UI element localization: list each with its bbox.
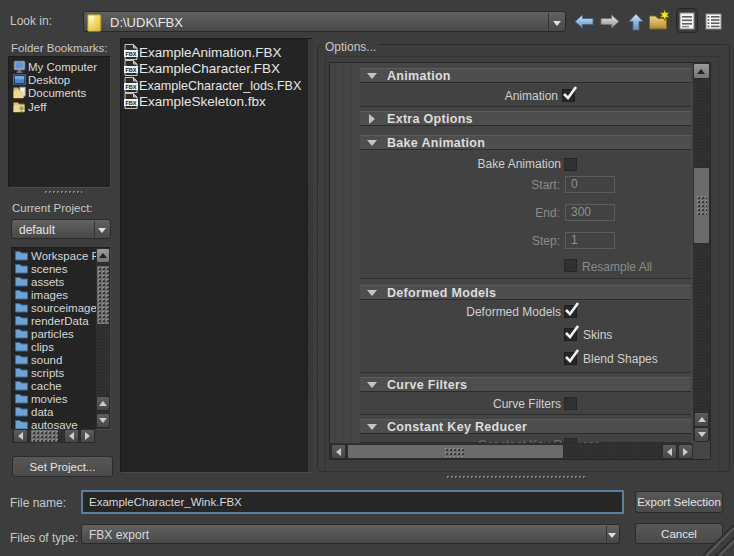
svg-text:FBX: FBX: [126, 51, 137, 57]
svg-text:FBX: FBX: [126, 67, 137, 73]
svg-text:FBX: FBX: [126, 83, 137, 89]
svg-text:FBX: FBX: [126, 99, 137, 105]
